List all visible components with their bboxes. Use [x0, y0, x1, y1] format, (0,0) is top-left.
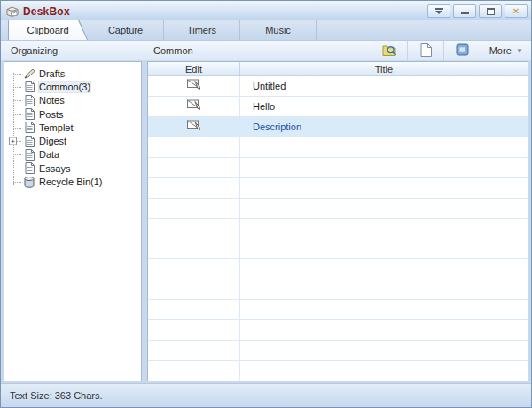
table-row-empty[interactable] [148, 199, 528, 219]
table-row-empty[interactable] [148, 137, 528, 158]
window-title: DeskBox [23, 5, 425, 18]
expand-icon[interactable]: + [9, 137, 17, 145]
table-body: Untitled Hello [148, 76, 528, 381]
column-header-edit[interactable]: Edit [148, 62, 240, 75]
table-row-empty[interactable] [148, 219, 528, 239]
tree-item-digest[interactable]: + Digest [4, 134, 141, 147]
tree-item-recycle-bin[interactable]: Recycle Bin(1) [4, 175, 141, 188]
note-icon [23, 81, 35, 92]
collapse-icon [435, 8, 443, 14]
more-button[interactable]: More ▾ [480, 41, 531, 60]
table-row-empty[interactable] [148, 239, 528, 260]
title-bar[interactable]: DeskBox ✕ [1, 1, 531, 20]
close-icon: ✕ [512, 7, 520, 16]
tree-item-drafts[interactable]: Drafts [4, 67, 141, 80]
note-icon [23, 149, 35, 161]
title-cell: Untitled [240, 76, 528, 96]
status-bar: Text Size: 363 Chars. [1, 383, 531, 407]
new-document-button[interactable] [408, 41, 443, 60]
edit-icon[interactable] [187, 98, 201, 114]
table-row-empty[interactable] [148, 320, 528, 341]
table-row[interactable]: Hello [148, 97, 528, 117]
new-document-icon [420, 43, 432, 59]
edit-icon[interactable] [187, 119, 201, 135]
save-button[interactable] [444, 41, 480, 60]
maximize-icon [487, 8, 495, 15]
save-icon [456, 43, 469, 58]
note-icon [23, 108, 35, 120]
tree-item-data[interactable]: Data [4, 148, 141, 161]
folder-tree-panel[interactable]: Drafts Common(3) [4, 61, 142, 381]
table-row-empty[interactable] [148, 361, 528, 381]
minimize-button[interactable] [453, 4, 476, 18]
toolbar: Organizing Common [1, 41, 531, 61]
note-icon [23, 162, 35, 174]
tab-music[interactable]: Music [240, 20, 317, 40]
close-button[interactable]: ✕ [505, 4, 528, 18]
search-folder-button[interactable] [372, 41, 407, 60]
table-header: Edit Title [148, 62, 528, 76]
chevron-down-icon: ▾ [518, 46, 522, 55]
current-folder-label: Common [145, 45, 372, 56]
minimize-icon [461, 12, 469, 14]
tree-panel-header: Organizing [1, 45, 145, 56]
note-icon [23, 95, 35, 106]
table-row-empty[interactable] [148, 279, 528, 300]
table-row-empty[interactable] [148, 300, 528, 320]
main-area: Drafts Common(3) [1, 61, 531, 381]
table-row-empty[interactable] [148, 158, 528, 178]
tab-timers[interactable]: Timers [164, 20, 240, 40]
table-row[interactable]: Untitled [148, 76, 528, 97]
recycle-bin-icon [23, 177, 35, 188]
table-row-selected[interactable]: Description [148, 117, 528, 137]
search-folder-icon [382, 43, 397, 59]
tree-item-common[interactable]: Common(3) [4, 80, 141, 93]
table-row-empty[interactable] [148, 341, 528, 361]
collapse-button[interactable] [427, 4, 450, 18]
edit-cell [148, 76, 240, 96]
tree-item-templet[interactable]: Templet [4, 121, 141, 134]
status-text: Text Size: 363 Chars. [10, 390, 103, 401]
edit-cell [148, 97, 240, 116]
maximize-button[interactable] [479, 4, 502, 18]
toolbar-buttons: More ▾ [372, 41, 531, 60]
edit-cell [148, 117, 240, 137]
note-icon [23, 136, 35, 147]
tab-bar: Clipboard Capture Timers Music [1, 20, 531, 41]
table-row-empty[interactable] [148, 178, 528, 199]
edit-icon[interactable] [187, 78, 201, 94]
tab-capture[interactable]: Capture [88, 20, 164, 40]
clips-table: Edit Title Untitled [147, 61, 528, 381]
pencil-icon [23, 68, 35, 79]
title-cell: Hello [240, 97, 528, 116]
tree-item-posts[interactable]: Posts [4, 107, 141, 121]
title-cell: Description [240, 117, 528, 137]
note-icon [23, 122, 35, 133]
tree-item-essays[interactable]: Essays [4, 161, 141, 175]
tab-clipboard[interactable]: Clipboard [8, 20, 88, 40]
table-row-empty[interactable] [148, 259, 528, 279]
tree-item-notes[interactable]: Notes [4, 94, 141, 107]
app-logo-icon [5, 4, 20, 18]
column-header-title[interactable]: Title [240, 62, 528, 75]
app-window: DeskBox ✕ Clipboard Capture Timers Music [0, 0, 532, 408]
